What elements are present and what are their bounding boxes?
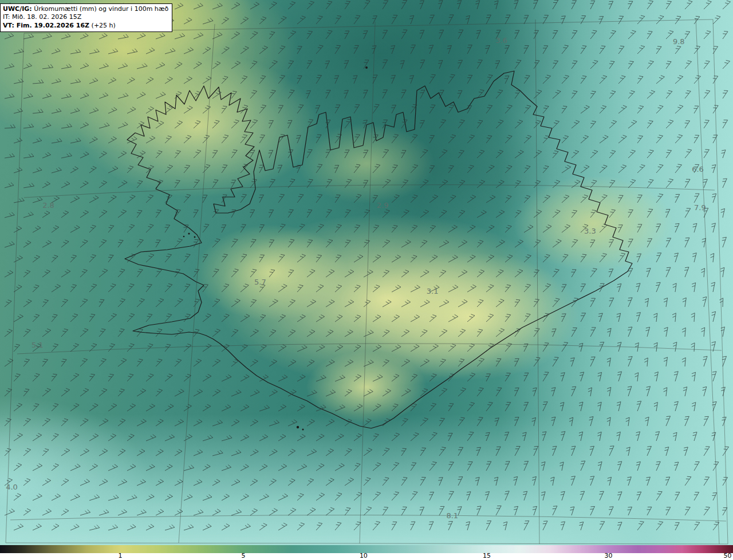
weather-map-page: 2.85.75.14.02.93.33.16.67.99.88.13.6 UWC… [0,0,733,560]
map-canvas: 2.85.75.14.02.93.33.16.67.99.88.13.6 UWC… [0,0,733,545]
model-id: UWC/IG: [3,5,32,13]
lead-time: (+25 h) [89,22,116,29]
colorbar-ticks: 1510153050 [0,553,733,560]
colorbar-tick-label: 15 [483,552,491,559]
valid-time-line: VT: Fim. 19.02.2026 16Z (+25 h) [3,22,168,30]
colorbar-tick-label: 50 [723,552,731,559]
colorbar-tick-label: 1 [118,552,122,559]
wind-barbs [5,0,731,530]
valid-time: VT: Fim. 19.02.2026 16Z [3,22,89,29]
product-title-line: UWC/IG: Úrkomumætti (mm) og vindur i 100… [3,5,168,13]
colorbar-tick-label: 10 [360,552,368,559]
colorbar: 1510153050 [0,545,733,560]
graticule-grid [6,18,728,544]
init-time: IT: Mið. 18. 02. 2026 15Z [3,13,168,21]
map-overlay [0,0,733,545]
colorbar-tick-label: 5 [241,552,245,559]
colorbar-tick-label: 30 [604,552,612,559]
product-title: Úrkomumætti (mm) og vindur i 100m hæð [32,5,169,13]
map-info-box: UWC/IG: Úrkomumætti (mm) og vindur i 100… [0,3,172,32]
